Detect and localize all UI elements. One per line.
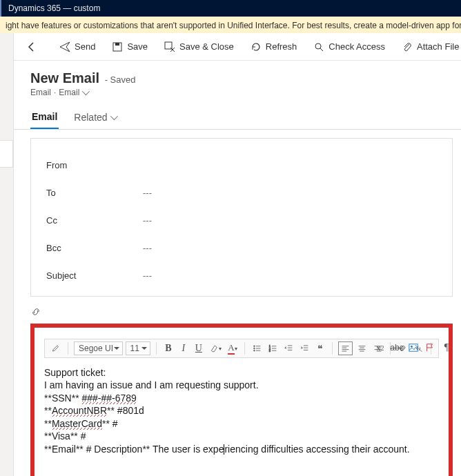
body-line: **Visa** # — [44, 430, 439, 442]
title-bar: Dynamics 365 — custom — [0, 0, 461, 17]
quote-button[interactable]: ❝ — [314, 341, 326, 355]
divider — [68, 342, 68, 355]
check-access-label: Check Access — [328, 41, 385, 52]
svg-point-3 — [315, 43, 321, 49]
svg-point-6 — [411, 346, 413, 348]
svg-text:3: 3 — [269, 349, 271, 353]
body-line: **AccountNBR** #801d — [44, 404, 439, 417]
save-label: Save — [127, 41, 148, 52]
divider — [332, 342, 333, 355]
body-line: **Email** # Description** The user is ex… — [44, 443, 439, 455]
body-line: **MasterCard** # — [44, 417, 439, 430]
breadcrumb-form: Email — [59, 88, 79, 97]
save-close-button[interactable]: Save & Close — [159, 39, 239, 55]
breadcrumb: Email · Email — [30, 88, 444, 97]
indent-button[interactable] — [298, 341, 311, 355]
tab-bar: Email Related — [14, 100, 461, 130]
numbers-button[interactable]: 123 — [266, 341, 279, 355]
editor-far-toolbar: x2 abc ¶ — [371, 339, 455, 357]
cc-value: --- — [143, 215, 152, 226]
bcc-value: --- — [143, 243, 152, 253]
bold-button[interactable]: B — [162, 341, 175, 355]
body-line: **SSN** ###-##-6789 — [44, 392, 439, 404]
tab-related-label: Related — [74, 112, 107, 123]
tab-email-label: Email — [32, 111, 57, 122]
email-body[interactable]: Support ticket: I am having an issue and… — [44, 366, 439, 455]
subject-label: Subject — [46, 270, 143, 281]
send-label: Send — [75, 41, 95, 52]
subscript-button[interactable]: x2 — [374, 341, 386, 354]
cc-row[interactable]: Cc --- — [46, 206, 437, 234]
flag-icon[interactable] — [424, 341, 436, 354]
page-title: New Email — [30, 70, 99, 86]
back-button[interactable] — [21, 39, 43, 55]
svg-point-9 — [254, 350, 255, 351]
font-select[interactable]: Segoe UI — [74, 341, 123, 355]
body-line: I am having an issue and I am requesting… — [44, 379, 439, 391]
app-title: Dynamics 365 — custom — [8, 3, 100, 13]
align-center-button[interactable] — [355, 341, 369, 355]
to-label: To — [46, 188, 143, 198]
italic-button[interactable]: I — [177, 341, 190, 355]
notification-text: ight have features or customizations tha… — [6, 21, 461, 30]
attach-file-button[interactable]: Attach File — [396, 39, 461, 55]
bcc-label: Bcc — [46, 243, 143, 253]
fields-panel: From To --- Cc --- Bcc --- Subject --- — [30, 138, 453, 297]
bcc-row[interactable]: Bcc --- — [46, 234, 437, 261]
command-bar: Send Save Save & Close Refresh Check Acc… — [14, 33, 461, 61]
strike-button[interactable]: abc — [391, 341, 403, 354]
to-value: --- — [143, 188, 152, 198]
breadcrumb-sep: · — [54, 88, 56, 97]
svg-rect-1 — [115, 43, 119, 46]
save-button[interactable]: Save — [106, 39, 153, 55]
from-row[interactable]: From — [46, 151, 437, 179]
breadcrumb-entity: Email — [30, 88, 51, 97]
main-area: Send Save Save & Close Refresh Check Acc… — [14, 33, 461, 476]
divider — [156, 342, 157, 355]
page-header: New Email - Saved Email · Email — [14, 61, 461, 100]
to-row[interactable]: To --- — [46, 179, 437, 206]
paragraph-icon[interactable]: ¶ — [440, 341, 453, 354]
chevron-down-icon — [110, 112, 117, 120]
attach-label: Attach File — [417, 41, 459, 52]
from-label: From — [46, 160, 143, 170]
notification-bar: ight have features or customizations tha… — [0, 17, 461, 35]
cc-label: Cc — [46, 215, 143, 226]
outdent-button[interactable] — [282, 341, 295, 355]
svg-point-7 — [254, 346, 255, 347]
body-line: Support ticket: — [44, 366, 439, 379]
brush-icon[interactable] — [49, 341, 62, 355]
chevron-down-icon[interactable] — [82, 88, 90, 95]
subject-value: --- — [143, 270, 152, 281]
refresh-label: Refresh — [266, 41, 297, 52]
sidebar-stub — [0, 33, 14, 476]
divider — [244, 342, 245, 355]
sidebar-stub-item[interactable] — [0, 140, 13, 168]
check-access-button[interactable]: Check Access — [308, 39, 391, 55]
highlight-button[interactable]: ▾ — [208, 341, 224, 355]
save-status: - Saved — [105, 75, 136, 85]
image-icon[interactable] — [407, 341, 420, 354]
size-select[interactable]: 11 — [126, 341, 150, 355]
send-button[interactable]: Send — [54, 39, 101, 55]
svg-point-8 — [254, 348, 255, 349]
align-left-button[interactable] — [338, 341, 353, 355]
subject-row[interactable]: Subject --- — [46, 261, 437, 289]
refresh-button[interactable]: Refresh — [245, 39, 303, 55]
tab-email[interactable]: Email — [30, 107, 59, 129]
font-color-button[interactable]: A▾ — [226, 341, 239, 355]
bullets-button[interactable] — [251, 341, 264, 355]
tab-related[interactable]: Related — [72, 107, 117, 129]
underline-button[interactable]: U — [193, 341, 205, 355]
save-close-label: Save & Close — [179, 41, 234, 52]
link-icon[interactable] — [30, 306, 461, 319]
